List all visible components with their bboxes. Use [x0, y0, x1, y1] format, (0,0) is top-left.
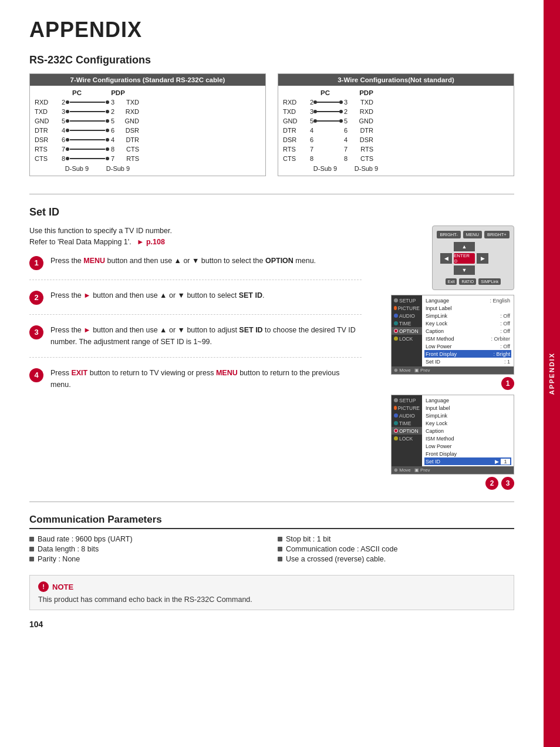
comm-baud-text: Baud rate : 9600 bps (UART) [38, 535, 133, 543]
menu1-footer: ⊕ Move▣ Prev [392, 366, 514, 374]
comm-bullet-3 [29, 557, 34, 561]
divider-2 [29, 502, 514, 502]
seven-wire-table: 7-Wire Configurations (Standard RS-232C … [29, 73, 266, 176]
note-box: ! NOTE This product has command echo bac… [29, 575, 514, 610]
remote-up: ▲ [454, 242, 475, 251]
menu1-audio: AUDIO [392, 312, 422, 319]
seven-wire-pdp-label: PDP [100, 89, 136, 96]
menu2-row-keylock: Key Lock [424, 419, 511, 427]
step-3-setid: SET ID [239, 326, 262, 334]
setid-intro: Use this function to specify a TV ID num… [29, 226, 362, 248]
step-4: 4 Press EXIT button to return to TV view… [29, 367, 362, 400]
comm-cable-text: Use a crossed (reverse) cable. [286, 555, 386, 563]
remote-bright-minus: BRIGHT- [437, 231, 460, 238]
seven-wire-dsub: D-Sub 9 D-Sub 9 [35, 165, 261, 172]
remote-left: ◀ [440, 253, 452, 264]
comm-parity-text: Parity : None [38, 555, 80, 563]
three-wire-pdp-label: PDP [349, 89, 384, 96]
rs232-section: RS-232C Configurations 7-Wire Configurat… [29, 54, 514, 176]
comm-params-grid: Baud rate : 9600 bps (UART) Stop bit : 1… [29, 535, 514, 563]
seven-wire-col-labels: PC PDP [35, 89, 261, 96]
menu1-row-simplink: SimpLink: Off [424, 312, 511, 319]
step-3-arrow: ► [83, 326, 90, 334]
menu2-container: SETUP PICTURE AUDIO TIME OPTION LOCK Lan… [391, 395, 514, 490]
comm-param-stopbit: Stop bit : 1 bit [278, 535, 514, 543]
menu2-badge-2: 2 [485, 477, 498, 490]
menu1-sidebar: SETUP PICTURE AUDIO TIME OPTION LOCK [392, 295, 422, 366]
menu1-time: TIME [392, 319, 422, 327]
remote-right: ▶ [477, 253, 488, 264]
three-wire-dsub-pdp: D-Sub 9 [349, 165, 384, 172]
menu1-layout: SETUP PICTURE AUDIO TIME OPTION LOCK Lan… [392, 295, 514, 366]
comm-bullet-4 [278, 537, 282, 541]
main-content: APPENDIX RS-232C Configurations 7-Wire C… [0, 0, 544, 647]
three-wire-row: CTS 8 8 CTS [283, 155, 509, 162]
comm-bullet-5 [278, 547, 282, 551]
menu-screen-2: SETUP PICTURE AUDIO TIME OPTION LOCK Lan… [391, 395, 514, 475]
three-wire-dsub-pc: D-Sub 9 [302, 165, 349, 172]
comm-param-parity: Parity : None [29, 555, 266, 563]
menu2-row-caption: Caption [424, 427, 511, 435]
menu2-row-simplink: SimpLink [424, 412, 511, 419]
setid-heading: Set ID [29, 206, 514, 218]
three-wire-row: RTS 7 7 RTS [283, 146, 509, 153]
step-3-text: Press the ► button and then use ▲ or ▼ b… [50, 324, 362, 348]
comm-bullet-6 [278, 557, 282, 561]
menu2-badge-3: 3 [501, 477, 514, 490]
remote-down: ▼ [454, 265, 475, 275]
menu2-footer: ⊕ Move▣ Prev [392, 466, 514, 474]
seven-wire-row: RTS 7 8 CTS [35, 146, 261, 153]
seven-wire-pc-label: PC [53, 89, 100, 96]
comm-section: Communication Parameters Baud rate : 960… [29, 514, 514, 563]
remote-bottom-buttons: Exit RATIO SIMPLink [440, 278, 507, 285]
remote-dpad: ▲ ◀ ENTER ⊙ ▶ ▼ [440, 241, 507, 275]
seven-wire-rows: RXD 2 3 TXD TXD 3 2 RXD GND 5 5 GND DTR … [35, 99, 261, 162]
comm-param-baud: Baud rate : 9600 bps (UART) [29, 535, 266, 543]
menu2-setup: SETUP [392, 396, 422, 404]
step-2-setid: SET ID [239, 291, 262, 300]
comm-datalength-text: Data length : 8 bits [38, 545, 99, 553]
menu1-row-ism: ISM Method: Orbiter [424, 335, 511, 342]
menu1-badge: 1 [501, 377, 514, 390]
step-2: 2 Press the ► button and then use ▲ or ▼… [29, 290, 362, 315]
remote-top-buttons: BRIGHT- MENU BRIGHT+ [440, 231, 507, 238]
menu1-row-inputlabel: Input Label [424, 304, 511, 312]
menu2-row-inputlabel: Input label [424, 404, 511, 412]
menu1-container: SETUP PICTURE AUDIO TIME OPTION LOCK Lan… [391, 295, 514, 390]
menu1-picture: PICTURE [392, 304, 422, 312]
remote-enter: ENTER ⊙ [454, 253, 475, 264]
seven-wire-dsub-pc: D-Sub 9 [53, 165, 100, 172]
step-2-circle: 2 [29, 291, 43, 305]
note-icon: ! [38, 581, 49, 592]
three-wire-row: GND 5 5 GND [283, 117, 509, 124]
three-wire-table: 3-Wire Configurations(Not standard) PC P… [278, 73, 514, 176]
setid-page-ref: p.108 [146, 238, 165, 246]
menu2-row-ism: ISM Method [424, 435, 511, 442]
comm-param-commcode: Communication code : ASCII code [278, 545, 514, 553]
remote-menu-btn: MENU [463, 231, 482, 238]
menu1-option: OPTION [392, 327, 422, 335]
comm-commcode-text: Communication code : ASCII code [286, 545, 397, 553]
step-1-circle: 1 [29, 256, 43, 270]
comm-param-datalength: Data length : 8 bits [29, 545, 266, 553]
remote-bright-plus: BRIGHT+ [484, 231, 510, 238]
note-header: ! NOTE [38, 581, 505, 592]
comm-stopbit-text: Stop bit : 1 bit [286, 535, 330, 543]
three-wire-header: 3-Wire Configurations(Not standard) [278, 74, 514, 86]
three-wire-body: PC PDP RXD 2 3 TXD TXD 3 2 RXD [278, 86, 514, 176]
three-wire-row: DSR 6 4 DSR [283, 136, 509, 143]
three-wire-pc-label: PC [302, 89, 349, 96]
menu1-content: Language: English Input Label SimpLink: … [422, 295, 514, 366]
sidebar: APPENDIX [544, 0, 560, 747]
comm-bullet-1 [29, 537, 34, 541]
menu1-setup: SETUP [392, 297, 422, 304]
step-4-circle: 4 [29, 368, 43, 382]
menu1-row-frontdisplay: Front Display: Bright [424, 350, 511, 358]
menu2-row-language: Language [424, 396, 511, 404]
setid-left: Use this function to specify a TV ID num… [29, 226, 362, 490]
setid-intro-text1: Use this function to specify a TV ID num… [29, 227, 172, 235]
three-wire-row: TXD 3 2 RXD [283, 108, 509, 115]
seven-wire-row: TXD 3 2 RXD [35, 108, 261, 115]
three-wire-row: DTR 4 6 DTR [283, 127, 509, 134]
note-label: NOTE [52, 583, 73, 591]
